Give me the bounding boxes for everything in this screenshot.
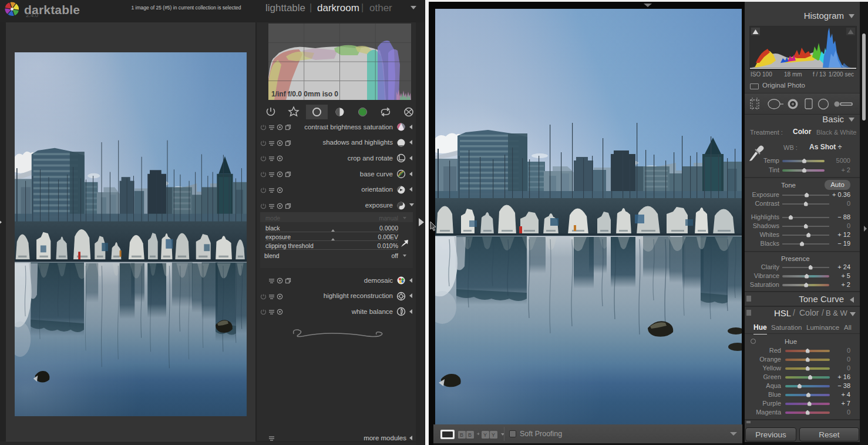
svg-text:Y: Y xyxy=(483,432,487,438)
svg-text:B: B xyxy=(460,432,463,438)
svg-text:Y: Y xyxy=(492,432,495,438)
svg-text:1/inf f/0.0 0mm iso 0: 1/inf f/0.0 0mm iso 0 xyxy=(271,90,338,98)
svg-text:B: B xyxy=(468,432,472,438)
